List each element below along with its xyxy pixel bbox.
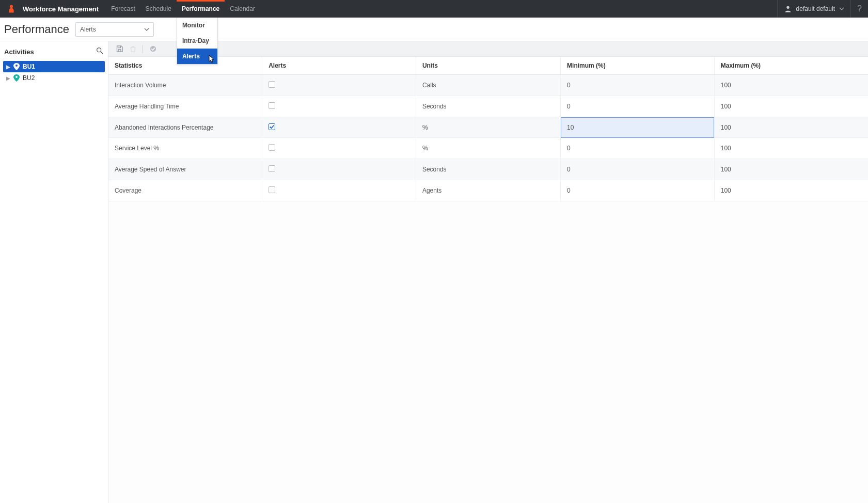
activities-tree: ▶ BU1 ▶ BU2 — [0, 61, 108, 84]
cell-alert — [262, 75, 416, 96]
cell-units: % — [416, 138, 560, 159]
tree-item-bu2[interactable]: ▶ BU2 — [3, 72, 105, 84]
cell-maximum[interactable]: 100 — [714, 159, 868, 180]
subheader: Performance Alerts — [0, 18, 868, 41]
cell-minimum[interactable]: 0 — [561, 159, 715, 180]
table-row: Average Handling TimeSeconds0100 — [108, 96, 868, 117]
toolbar-separator — [143, 45, 143, 53]
cell-statistic: Service Level % — [108, 138, 262, 159]
view-selector-value: Alerts — [80, 26, 96, 33]
alerts-table: Statistics Alerts Units Minimum (%) Maxi… — [108, 57, 868, 201]
apply-button[interactable] — [149, 45, 157, 53]
body: Activities ▶ BU1 ▶ BU2 — [0, 41, 868, 503]
cell-minimum[interactable]: 0 — [561, 96, 715, 117]
cell-statistic: Coverage — [108, 180, 262, 201]
save-button[interactable] — [116, 45, 123, 53]
location-pin-icon — [13, 63, 20, 70]
app-logo — [0, 0, 23, 18]
alert-checkbox[interactable] — [269, 186, 275, 193]
cell-maximum[interactable]: 100 — [714, 96, 868, 117]
col-header-maximum[interactable]: Maximum (%) — [714, 57, 868, 75]
cell-minimum[interactable]: 0 — [561, 180, 715, 201]
cell-units: Seconds — [416, 159, 560, 180]
cell-units: Agents — [416, 180, 560, 201]
topbar-right: default default ? — [777, 0, 868, 18]
tree-item-bu1[interactable]: ▶ BU1 — [3, 61, 105, 72]
dropdown-item-monitor[interactable]: Monitor — [177, 18, 217, 33]
nav-tab-label: Schedule — [146, 5, 171, 12]
check-circle-icon — [149, 45, 157, 53]
dropdown-item-label: Intra-Day — [182, 37, 209, 44]
table-row: CoverageAgents0100 — [108, 180, 868, 201]
sidebar-search-button[interactable] — [96, 46, 104, 57]
cell-maximum[interactable]: 100 — [714, 117, 868, 138]
page-title: Performance — [4, 23, 69, 36]
cell-minimum[interactable]: 0 — [561, 138, 715, 159]
col-header-units[interactable]: Units — [416, 57, 560, 75]
col-header-alerts[interactable]: Alerts — [262, 57, 416, 75]
cell-units: Seconds — [416, 96, 560, 117]
nav-tab-performance[interactable]: Performance Monitor Intra-Day Alerts — [177, 0, 225, 18]
expand-icon[interactable]: ▶ — [6, 64, 10, 70]
cell-alert — [262, 159, 416, 180]
user-name: default default — [796, 5, 835, 12]
svg-point-6 — [150, 46, 156, 52]
nav-tab-label: Performance — [182, 5, 219, 12]
cell-minimum[interactable]: 0 — [561, 75, 715, 96]
col-header-minimum[interactable]: Minimum (%) — [561, 57, 715, 75]
dropdown-item-alerts[interactable]: Alerts — [177, 49, 217, 64]
view-selector[interactable]: Alerts — [75, 22, 154, 37]
sidebar-title: Activities — [4, 48, 34, 56]
alert-checkbox[interactable] — [269, 102, 275, 109]
cell-alert — [262, 138, 416, 159]
alert-checkbox[interactable] — [269, 123, 275, 130]
main-toolbar — [108, 41, 868, 57]
cell-statistic: Average Handling Time — [108, 96, 262, 117]
cell-maximum[interactable]: 100 — [714, 180, 868, 201]
expand-icon[interactable]: ▶ — [6, 75, 10, 81]
alert-checkbox[interactable] — [269, 144, 275, 151]
user-menu[interactable]: default default — [777, 0, 850, 18]
alerts-table-wrap: Statistics Alerts Units Minimum (%) Maxi… — [108, 57, 868, 503]
tree-item-label: BU1 — [23, 63, 35, 70]
sidebar: Activities ▶ BU1 ▶ BU2 — [0, 41, 108, 503]
nav-tabs: Forecast Schedule Performance Monitor In… — [106, 0, 260, 18]
cursor-icon — [209, 55, 216, 63]
dropdown-item-label: Monitor — [182, 22, 205, 29]
user-icon — [784, 5, 792, 13]
svg-point-2 — [97, 48, 101, 52]
chevron-down-icon — [144, 27, 149, 32]
alert-checkbox[interactable] — [269, 81, 275, 88]
nav-tab-schedule[interactable]: Schedule — [140, 0, 177, 18]
help-icon: ? — [857, 4, 862, 13]
svg-line-3 — [101, 52, 103, 54]
cell-units: % — [416, 117, 560, 138]
table-row: Abandoned Interactions Percentage%10100 — [108, 117, 868, 138]
nav-tab-calendar[interactable]: Calendar — [225, 0, 260, 18]
cell-statistic: Interaction Volume — [108, 75, 262, 96]
tree-item-label: BU2 — [23, 74, 35, 82]
nav-tab-forecast[interactable]: Forecast — [106, 0, 140, 18]
help-button[interactable]: ? — [850, 0, 868, 18]
cell-maximum[interactable]: 100 — [714, 75, 868, 96]
table-header-row: Statistics Alerts Units Minimum (%) Maxi… — [108, 57, 868, 75]
svg-point-0 — [10, 5, 13, 8]
cell-maximum[interactable]: 100 — [714, 138, 868, 159]
dropdown-item-intraday[interactable]: Intra-Day — [177, 33, 217, 49]
main-panel: Statistics Alerts Units Minimum (%) Maxi… — [108, 41, 868, 503]
nav-tab-label: Forecast — [111, 5, 135, 12]
cell-statistic: Abandoned Interactions Percentage — [108, 117, 262, 138]
nav-tab-label: Calendar — [230, 5, 255, 12]
app-title: Workforce Management — [23, 0, 106, 18]
location-pin-icon — [13, 74, 20, 82]
genesys-logo-icon — [7, 4, 16, 13]
check-icon — [269, 124, 275, 130]
alert-checkbox[interactable] — [269, 165, 275, 172]
cell-statistic: Average Speed of Answer — [108, 159, 262, 180]
cell-minimum[interactable]: 10 — [561, 117, 715, 138]
performance-dropdown: Monitor Intra-Day Alerts — [177, 18, 218, 65]
svg-point-4 — [15, 65, 18, 67]
trash-icon — [130, 45, 136, 53]
table-row: Service Level %%0100 — [108, 138, 868, 159]
delete-button — [130, 45, 136, 53]
